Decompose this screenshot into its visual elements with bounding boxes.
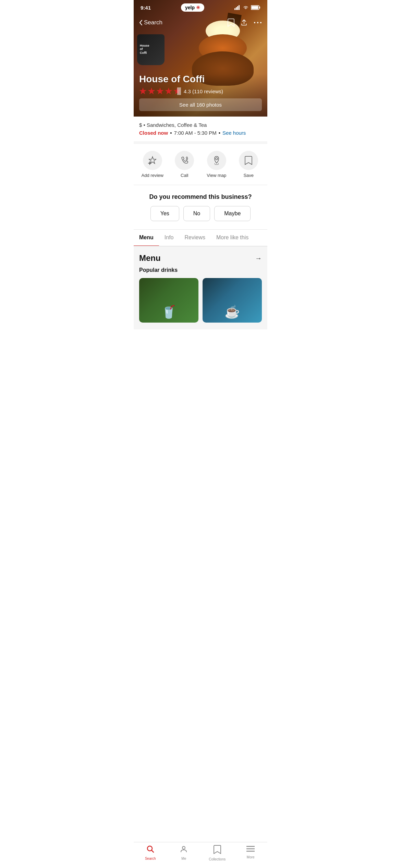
tab-info[interactable]: Info (159, 230, 179, 246)
call-button[interactable]: Call (172, 151, 196, 178)
save-icon-circle (239, 151, 258, 170)
hero-image: 9:41 yelp ✳ (134, 0, 267, 117)
signal-icon (234, 5, 241, 10)
maybe-button[interactable]: Maybe (214, 206, 251, 221)
tab-more-like-this[interactable]: More like this (211, 230, 254, 246)
recommend-question: Do you recommend this business? (139, 193, 262, 201)
battery-icon (251, 5, 260, 10)
drink-image-right[interactable] (203, 278, 262, 323)
hero-content: House of Coffi 4.3 (110 reviews) See all… (134, 74, 267, 117)
add-review-label: Add review (142, 173, 163, 178)
svg-rect-3 (239, 5, 240, 10)
star-3 (156, 87, 164, 95)
status-bar: 9:41 yelp ✳ (134, 0, 267, 15)
view-map-icon-circle (207, 151, 226, 170)
review-count: 110 reviews (194, 88, 221, 94)
call-label: Call (181, 173, 188, 178)
star-plus-icon (148, 156, 157, 165)
recommend-buttons: Yes No Maybe (139, 206, 262, 221)
svg-point-7 (254, 22, 255, 23)
rating-text: 4.3 (110 reviews) (184, 88, 223, 94)
yes-button[interactable]: Yes (150, 206, 179, 221)
see-photos-button[interactable]: See all 160 photos (139, 98, 262, 111)
drink-images-row (139, 278, 262, 323)
svg-rect-0 (234, 8, 235, 10)
hours-dot: • (170, 130, 172, 136)
cup-text-line2: of (140, 47, 149, 51)
drink-image-left[interactable] (139, 278, 198, 323)
content-tabs: Menu Info Reviews More like this (134, 230, 267, 246)
svg-rect-11 (149, 161, 150, 165)
more-options-icon[interactable] (254, 21, 262, 24)
save-button[interactable]: Save (236, 151, 260, 178)
menu-section: Menu → Popular drinks (134, 246, 267, 329)
add-review-icon-circle (143, 151, 162, 170)
star-rating (139, 87, 181, 95)
price-category: $ • Sandwiches, Coffee & Tea (139, 122, 262, 128)
action-buttons-row: Add review Call View map (134, 144, 267, 185)
star-4 (165, 87, 172, 95)
wifi-icon (243, 5, 249, 10)
call-icon-circle (175, 151, 194, 170)
yelp-logo: yelp ✳ (181, 3, 204, 12)
hours-row: Closed now • 7:00 AM - 5:30 PM • See hou… (139, 130, 262, 136)
rating-value: 4.3 (184, 88, 191, 94)
no-button[interactable]: No (183, 206, 210, 221)
see-hours-link[interactable]: See hours (222, 130, 246, 136)
bookmark-nav-icon[interactable] (228, 19, 234, 27)
hours-dot-2: • (219, 130, 220, 136)
tab-reviews[interactable]: Reviews (179, 230, 210, 246)
add-review-button[interactable]: Add review (141, 151, 165, 178)
phone-icon (180, 156, 189, 165)
business-name: House of Coffi (139, 74, 262, 85)
hours-text: 7:00 AM - 5:30 PM (174, 130, 216, 136)
status-time: 9:41 (141, 5, 151, 11)
back-chevron-icon (139, 20, 143, 25)
save-bookmark-icon (245, 156, 252, 165)
logo-star: ✳ (196, 5, 200, 10)
see-photos-label: See all 160 photos (179, 102, 222, 108)
star-2 (148, 87, 155, 95)
svg-point-8 (257, 22, 258, 23)
popular-drinks-label: Popular drinks (139, 267, 262, 273)
recommend-section: Do you recommend this business? Yes No M… (134, 185, 267, 230)
back-label: Search (144, 19, 162, 26)
svg-rect-1 (236, 7, 237, 10)
share-nav-icon[interactable] (241, 19, 247, 27)
tab-menu[interactable]: Menu (134, 230, 159, 246)
svg-point-9 (260, 22, 262, 23)
star-1 (139, 87, 147, 95)
view-map-button[interactable]: View map (205, 151, 229, 178)
bottom-spacer (134, 329, 267, 364)
svg-rect-2 (237, 6, 238, 10)
nav-actions (228, 19, 262, 27)
cup-text-line1: House (140, 44, 149, 48)
cup-text-line3: Coffi (140, 51, 149, 55)
menu-header: Menu → (139, 253, 262, 263)
status-icons (234, 5, 260, 10)
closed-status: Closed now (139, 130, 168, 136)
logo-text: yelp (185, 5, 195, 10)
svg-rect-6 (251, 6, 258, 9)
view-map-label: View map (207, 173, 226, 178)
save-label: Save (243, 173, 254, 178)
svg-rect-5 (259, 7, 260, 9)
map-pin-icon (212, 156, 221, 165)
menu-title: Menu (139, 253, 161, 263)
star-5-half (173, 87, 181, 95)
svg-point-12 (216, 158, 218, 160)
business-info-section: $ • Sandwiches, Coffee & Tea Closed now … (134, 117, 267, 144)
coffee-cup-decoration: House of Coffi (137, 27, 168, 65)
nav-overlay: Search (134, 15, 267, 30)
rating-row: 4.3 (110 reviews) (139, 87, 262, 95)
back-button[interactable]: Search (139, 19, 162, 26)
menu-arrow[interactable]: → (255, 254, 262, 262)
